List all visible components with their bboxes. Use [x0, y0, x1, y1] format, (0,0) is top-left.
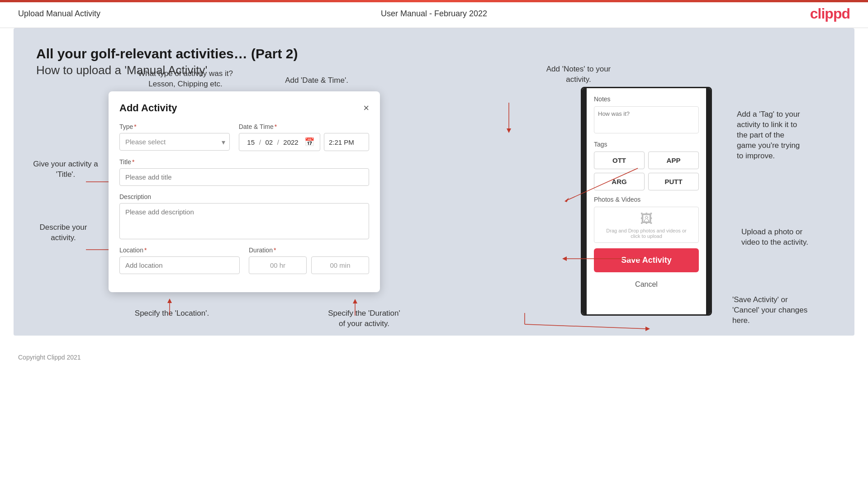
tags-label: Tags — [594, 141, 699, 148]
save-activity-button[interactable]: Save Activity — [594, 248, 699, 272]
type-annotation: What type of activity was it? Lesson, Ch… — [136, 69, 235, 90]
svg-line-20 — [525, 324, 647, 329]
duration-annotation: Specify the 'Duration' of your activity. — [308, 308, 421, 329]
svg-marker-13 — [507, 128, 511, 133]
date-month-input[interactable] — [263, 138, 275, 146]
title-input[interactable] — [119, 168, 369, 186]
dialog-header: Add Activity × — [119, 102, 369, 114]
tags-grid: OTT APP ARG PUTT — [594, 152, 699, 190]
phone-content: Notes Tags OTT APP ARG PUTT Photos & Vid… — [587, 88, 706, 314]
description-group: Description — [119, 193, 369, 239]
svg-marker-18 — [562, 256, 567, 261]
title-annotation: Give your activity a 'Title'. — [27, 159, 104, 180]
close-button[interactable]: × — [363, 103, 369, 113]
main-content-area: All your golf-relevant activities… (Part… — [14, 28, 854, 336]
right-panel: Notes Tags OTT APP ARG PUTT Photos & Vid… — [579, 87, 714, 316]
type-label: Type* — [119, 123, 230, 130]
location-group: Location* — [119, 246, 240, 274]
notes-annotation: Add 'Notes' to your activity. — [533, 64, 624, 85]
tag-ott[interactable]: OTT — [594, 152, 645, 169]
page-title: Upload Manual Activity — [18, 9, 100, 19]
upload-area[interactable]: 🖼 Drag and Drop photos and videos or cli… — [594, 207, 699, 243]
phone-frame: Notes Tags OTT APP ARG PUTT Photos & Vid… — [581, 87, 712, 316]
title-label: Title* — [119, 158, 369, 166]
type-select[interactable]: Please select — [119, 133, 230, 151]
footer: Copyright Clippd 2021 — [0, 349, 868, 365]
notes-label: Notes — [594, 95, 699, 103]
location-annotation: Specify the 'Location'. — [127, 308, 217, 319]
tag-app[interactable]: APP — [648, 152, 699, 169]
description-input[interactable] — [119, 203, 369, 239]
description-label: Description — [119, 193, 369, 200]
location-duration-row: Location* Duration* — [119, 246, 369, 274]
tag-arg[interactable]: ARG — [594, 173, 645, 190]
tag-annotation: Add a 'Tag' to your activity to link it … — [737, 109, 845, 161]
manual-title: User Manual - February 2022 — [381, 9, 487, 19]
location-input[interactable] — [119, 256, 240, 274]
photos-label: Photos & Videos — [594, 196, 699, 203]
svg-marker-21 — [645, 327, 650, 331]
brand-logo: clippd — [810, 5, 850, 22]
svg-marker-16 — [564, 198, 569, 202]
save-annotation: 'Save Activity' or 'Cancel' your changes… — [732, 295, 850, 326]
time-input[interactable] — [324, 133, 369, 151]
dialog-title: Add Activity — [119, 102, 177, 114]
title-group: Title* — [119, 158, 369, 186]
header: Upload Manual Activity User Manual - Feb… — [0, 0, 868, 28]
datetime-label: Date & Time* — [239, 123, 369, 130]
upload-icon: 🖼 — [640, 211, 653, 226]
top-accent-bar — [0, 0, 868, 2]
svg-marker-11 — [353, 299, 357, 303]
calendar-icon: 📅 — [304, 137, 314, 147]
upload-annotation: Upload a photo or video to the activity. — [741, 227, 845, 248]
cancel-link[interactable]: Cancel — [594, 277, 699, 292]
type-date-row: Type* Please select ▾ Date & Time* / — [119, 123, 369, 151]
phone-right-bar — [706, 88, 711, 314]
description-annotation: Describe your activity. — [27, 223, 100, 243]
location-label: Location* — [119, 246, 240, 254]
tag-putt[interactable]: PUTT — [648, 173, 699, 190]
type-select-wrapper: Please select ▾ — [119, 133, 230, 151]
duration-group: Duration* — [249, 246, 369, 274]
date-input[interactable]: / / 📅 — [239, 133, 320, 151]
date-day-input[interactable] — [245, 138, 257, 146]
copyright-text: Copyright Clippd 2021 — [18, 354, 81, 361]
notes-textarea[interactable] — [594, 106, 699, 133]
svg-marker-9 — [167, 298, 172, 303]
phone-left-bar — [582, 88, 587, 314]
section-title: All your golf-relevant activities… (Part… — [36, 46, 832, 62]
type-group: Type* Please select ▾ — [119, 123, 230, 151]
duration-min-input[interactable] — [311, 256, 369, 274]
datetime-annotation: Add 'Date & Time'. — [271, 76, 362, 86]
date-year-input[interactable] — [281, 138, 301, 146]
duration-label: Duration* — [249, 246, 369, 254]
add-activity-dialog: Add Activity × Type* Please select ▾ Dat… — [109, 91, 380, 292]
duration-hr-input[interactable] — [249, 256, 307, 274]
datetime-group: Date & Time* / / 📅 — [239, 123, 369, 151]
